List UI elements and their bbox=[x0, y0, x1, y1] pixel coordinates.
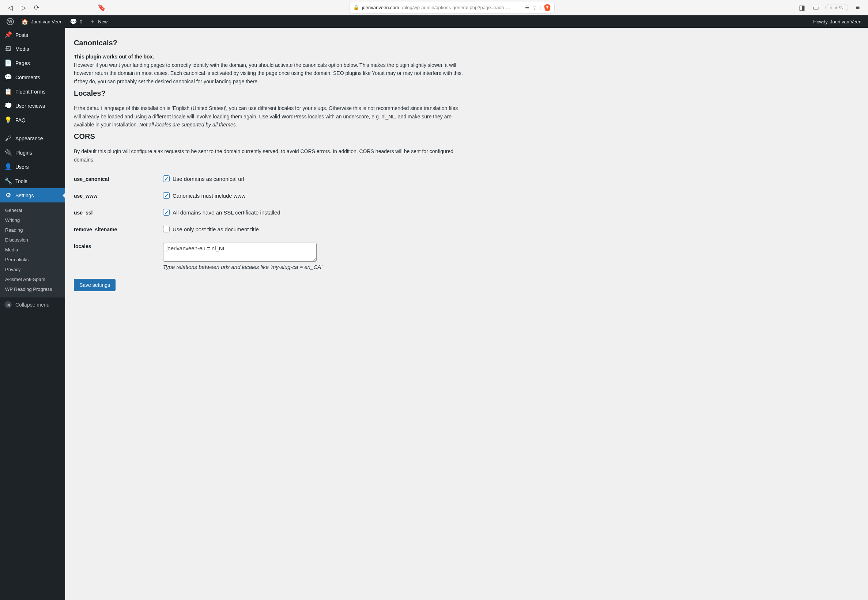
heading-cors: CORS bbox=[74, 132, 464, 141]
submenu-writing[interactable]: Writing bbox=[0, 215, 65, 225]
submenu-privacy[interactable]: Privacy bbox=[0, 265, 65, 274]
submenu-permalinks[interactable]: Permalinks bbox=[0, 255, 65, 265]
bookmark-icon[interactable]: 🔖 bbox=[97, 3, 106, 12]
save-settings-button[interactable]: Save settings bbox=[74, 279, 115, 291]
sidebar-item-plugins[interactable]: 🔌Plugins bbox=[0, 145, 65, 160]
settings-submenu: General Writing Reading Discussion Media… bbox=[0, 202, 65, 297]
text-use-canonical: Use domains as canonical url bbox=[173, 176, 244, 182]
sidebar-item-user-reviews[interactable]: 💭User reviews bbox=[0, 98, 65, 113]
site-name-menu[interactable]: 🏠Joeri van Veen bbox=[18, 15, 66, 28]
wordpress-logo-icon: W bbox=[6, 18, 14, 25]
locales-description: If the default language of this installa… bbox=[74, 104, 464, 129]
brave-shield-icon[interactable] bbox=[544, 4, 551, 11]
submenu-general[interactable]: General bbox=[0, 205, 65, 215]
settings-content: Canonicals? This plugin works out of the… bbox=[65, 28, 473, 600]
textarea-locales[interactable] bbox=[163, 242, 317, 262]
sidebar-item-fluent-forms[interactable]: 📋Fluent Forms bbox=[0, 85, 65, 98]
submenu-discussion[interactable]: Discussion bbox=[0, 235, 65, 245]
menu-icon[interactable]: ≡ bbox=[853, 3, 862, 12]
comments-menu[interactable]: 💬0 bbox=[66, 15, 86, 28]
wrench-icon: 🔧 bbox=[5, 177, 12, 185]
submenu-wp-reading-progress[interactable]: WP Reading Progress bbox=[0, 284, 65, 294]
sidebar-item-pages[interactable]: 📄Pages bbox=[0, 56, 65, 70]
brush-icon: 🖌 bbox=[5, 135, 12, 142]
collapse-icon: ◀ bbox=[5, 301, 12, 308]
canon-strong-text: This plugin works out of the box. bbox=[74, 54, 464, 59]
sidebar-item-users[interactable]: 👤Users bbox=[0, 160, 65, 174]
page-icon: 📄 bbox=[5, 59, 12, 67]
submenu-media[interactable]: Media bbox=[0, 245, 65, 255]
text-use-www: Canonicals must include www bbox=[173, 192, 245, 199]
wp-admin-bar: W 🏠Joeri van Veen 💬0 ＋New Howdy, Joeri v… bbox=[0, 15, 868, 28]
sidebar-item-faq[interactable]: 💡FAQ bbox=[0, 113, 65, 127]
label-use-www: use_www bbox=[74, 192, 163, 199]
sidebar-item-comments[interactable]: 💬Comments bbox=[0, 70, 65, 85]
url-path: /blog/wp-admin/options-general.php?page=… bbox=[402, 5, 510, 10]
admin-sidebar: 📌Posts 🖼Media 📄Pages 💬Comments 📋Fluent F… bbox=[0, 28, 65, 600]
new-content-menu[interactable]: ＋New bbox=[86, 15, 111, 28]
lock-icon: 🔒 bbox=[353, 5, 359, 10]
sidebar-item-media[interactable]: 🖼Media bbox=[0, 42, 65, 56]
sidebar-item-posts[interactable]: 📌Posts bbox=[0, 28, 65, 42]
sidebar-item-appearance[interactable]: 🖌Appearance bbox=[0, 132, 65, 145]
hint-locales: Type relations between urls and locales … bbox=[163, 264, 464, 270]
submenu-reading[interactable]: Reading bbox=[0, 225, 65, 235]
home-icon: 🏠 bbox=[21, 18, 29, 25]
heading-locales: Locales? bbox=[74, 89, 464, 98]
heading-canonicals: Canonicals? bbox=[74, 39, 464, 47]
checkbox-use-www[interactable] bbox=[163, 192, 170, 199]
plugin-icon: 🔌 bbox=[5, 149, 12, 156]
comment-icon: 💬 bbox=[5, 73, 12, 81]
back-button[interactable]: ◁ bbox=[6, 3, 15, 12]
vpn-button[interactable]: VPN bbox=[825, 4, 848, 11]
url-bar[interactable]: 🔒 joerivanveen.com/blog/wp-admin/options… bbox=[349, 2, 554, 13]
sidebar-item-settings[interactable]: ⚙Settings bbox=[0, 188, 65, 202]
submenu-akismet[interactable]: Akismet Anti-Spam bbox=[0, 274, 65, 284]
reader-icon[interactable]: ☰ bbox=[525, 5, 530, 10]
label-remove-sitename: remove_sitename bbox=[74, 226, 163, 232]
user-icon: 👤 bbox=[5, 163, 12, 171]
checkbox-remove-sitename[interactable] bbox=[163, 226, 170, 232]
form-icon: 📋 bbox=[5, 88, 12, 95]
plus-icon: ＋ bbox=[90, 18, 96, 26]
sliders-icon: ⚙ bbox=[5, 191, 12, 199]
browser-chrome: ◁ ▷ ⟳ 🔖 🔒 joerivanveen.com/blog/wp-admin… bbox=[0, 0, 868, 15]
lightbulb-icon: 💡 bbox=[5, 116, 12, 124]
sidebar-toggle-icon[interactable]: ◨ bbox=[797, 3, 806, 12]
collapse-menu-button[interactable]: ◀Collapse menu bbox=[0, 297, 65, 312]
wallet-icon[interactable]: ▭ bbox=[811, 3, 820, 12]
pin-icon: 📌 bbox=[5, 31, 12, 39]
text-use-ssl: All domains have an SSL certificate inst… bbox=[173, 209, 281, 215]
wp-logo-menu[interactable]: W bbox=[3, 15, 18, 28]
my-account-menu[interactable]: Howdy, Joeri van Veen bbox=[809, 15, 865, 28]
url-domain: joerivanveen.com bbox=[362, 5, 399, 10]
reviews-icon: 💭 bbox=[5, 102, 12, 110]
label-use-canonical: use_canonical bbox=[74, 176, 163, 182]
label-use-ssl: use_ssl bbox=[74, 209, 163, 215]
comment-icon: 💬 bbox=[70, 18, 77, 25]
sidebar-item-tools[interactable]: 🔧Tools bbox=[0, 174, 65, 188]
forward-button[interactable]: ▷ bbox=[19, 3, 28, 12]
cors-description: By default this plugin will configure aj… bbox=[74, 147, 464, 164]
media-icon: 🖼 bbox=[5, 45, 12, 53]
label-locales: locales bbox=[74, 242, 163, 249]
checkbox-use-canonical[interactable] bbox=[163, 176, 170, 182]
checkbox-use-ssl[interactable] bbox=[163, 209, 170, 215]
share-icon[interactable]: ⇪ bbox=[533, 5, 537, 11]
canon-description: However if you want your landing pages t… bbox=[74, 61, 464, 85]
text-remove-sitename: Use only post title as document title bbox=[173, 226, 259, 232]
reload-button[interactable]: ⟳ bbox=[32, 3, 41, 12]
